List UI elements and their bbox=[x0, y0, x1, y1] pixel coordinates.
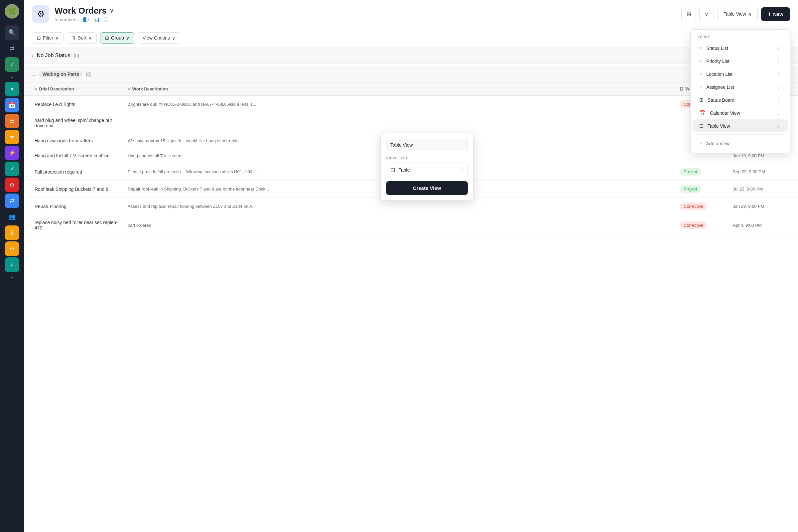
table-view-chevron-icon: ∧ bbox=[748, 11, 752, 17]
cell-brief: Hang new signs from rafters bbox=[32, 133, 125, 148]
popup-type-label: Table bbox=[399, 167, 458, 173]
view-item-calendar-view[interactable]: 📅 Calendar View ⋮ bbox=[692, 107, 788, 119]
popup-type-selector[interactable]: ⊟ Table › bbox=[386, 163, 468, 177]
wo-type-badge: Project bbox=[680, 168, 701, 175]
group-button[interactable]: ⊞ Group ∨ bbox=[100, 32, 134, 43]
wo-type-badge: Corrective bbox=[680, 222, 707, 229]
group-no-job-status[interactable]: › No Job Status (0) bbox=[24, 48, 798, 63]
header-meta: 5 members 👤+ 📊 ⓘ bbox=[55, 17, 676, 23]
sidebar-icon-calendar[interactable]: 📅 bbox=[5, 98, 19, 112]
sidebar-icon-tools[interactable]: ✦ bbox=[5, 82, 19, 96]
info-icon[interactable]: ⓘ bbox=[104, 17, 108, 23]
sidebar-icon-swap[interactable]: ⇄ bbox=[5, 193, 19, 208]
sidebar-icon-search[interactable]: 🔍 bbox=[5, 25, 19, 40]
popup-view-type-label: VIEW TYPE bbox=[386, 156, 468, 160]
cell-date: Jul 23, 9:00 PM bbox=[730, 180, 790, 197]
sort-button[interactable]: ⇅ Sort ∨ bbox=[67, 32, 97, 43]
view-more-assignee-list[interactable]: ⋮ bbox=[776, 84, 781, 90]
table-row[interactable]: Replace l.e.d. lights 2 lights are out. … bbox=[24, 96, 798, 113]
sort-label: Sort bbox=[78, 35, 87, 41]
view-more-calendar-view[interactable]: ⋮ bbox=[776, 110, 781, 116]
view-options-chevron-icon: ∨ bbox=[172, 35, 175, 41]
view-item-status-list[interactable]: ≡ Status List ⋮ bbox=[692, 41, 788, 55]
cell-date: Apr 4, 9:00 PM bbox=[730, 215, 790, 235]
title-text: Work Orders bbox=[55, 6, 107, 16]
add-member-icon[interactable]: 👤+ bbox=[82, 17, 90, 22]
view-options-button[interactable]: View Options ∨ bbox=[138, 32, 180, 43]
popup-name-input[interactable] bbox=[386, 139, 468, 151]
main-content: ⚙ Work Orders ∨ 5 members 👤+ 📊 ⓘ ⊞ ∨ Tab… bbox=[24, 0, 798, 532]
group-chevron-icon: ∨ bbox=[126, 35, 129, 41]
table-row[interactable]: replace noisy bed roller near sec replen… bbox=[24, 215, 798, 235]
sidebar-chevron-down[interactable]: ⌄ bbox=[9, 73, 15, 80]
chart-icon[interactable]: 📊 bbox=[94, 17, 100, 22]
header-title[interactable]: Work Orders ∨ bbox=[55, 6, 676, 16]
views-section-label: VIEWS bbox=[690, 35, 790, 41]
add-view-button[interactable]: + Add a View bbox=[692, 137, 788, 150]
view-item-location-list[interactable]: ≡ Location List ⋮ bbox=[692, 68, 788, 80]
view-icon-location-list: ≡ bbox=[699, 71, 702, 77]
sidebar-icon-lightning[interactable]: ⚡ bbox=[5, 146, 19, 160]
user-avatar[interactable]: 🌿 bbox=[5, 4, 19, 19]
create-view-button[interactable]: Create View bbox=[386, 181, 468, 195]
cell-date: Jan 29, 9:00 PM bbox=[730, 198, 790, 215]
cell-type: Project bbox=[677, 180, 730, 197]
col-brief-label: Brief Description bbox=[39, 87, 74, 92]
cell-type: Corrective bbox=[677, 198, 730, 215]
sidebar-icon-gear1[interactable]: ⚙ bbox=[5, 177, 19, 192]
sidebar-icon-filter[interactable]: ⇄ bbox=[5, 41, 19, 56]
cell-brief: Hang and Install T.V. screen in office bbox=[32, 148, 125, 163]
grid-view-button[interactable]: ⊞ bbox=[681, 7, 696, 21]
sidebar-icon-check[interactable]: ✓ bbox=[5, 57, 19, 72]
view-label-assignee-list: Assignee List bbox=[706, 84, 772, 90]
sidebar-icon-dollar[interactable]: $ bbox=[5, 225, 19, 240]
cell-brief: Roof leak Shipping Buckets 7 and 8. bbox=[32, 180, 125, 197]
sidebar-icon-list[interactable]: ☰ bbox=[5, 114, 19, 128]
sidebar-icon-users[interactable]: 👥 bbox=[5, 209, 19, 224]
view-icon-calendar-view: 📅 bbox=[699, 110, 706, 116]
view-item-priority-list[interactable]: ≡ Priority List ⋮ bbox=[692, 55, 788, 68]
title-chevron-icon[interactable]: ∨ bbox=[109, 7, 114, 14]
sort-chevron-icon: ∨ bbox=[89, 35, 92, 41]
new-button[interactable]: + New bbox=[761, 7, 790, 21]
add-view-label: Add a View bbox=[706, 141, 730, 146]
toolbar: ⊟ Filter ∨ ⇅ Sort ∨ ⊞ Group ∨ View Optio… bbox=[24, 28, 798, 48]
filter-button[interactable]: ⊟ Filter ∨ bbox=[32, 32, 63, 43]
popup-table-icon: ⊟ bbox=[391, 166, 395, 174]
table-view-label: Table View bbox=[723, 11, 746, 17]
due-date: Jan 29, 9:00 PM bbox=[733, 204, 764, 209]
table-view-button[interactable]: Table View ∧ bbox=[717, 8, 757, 20]
tableview-popup: VIEW TYPE ⊟ Table › Create View bbox=[380, 133, 474, 201]
due-date: Apr 4, 9:00 PM bbox=[733, 223, 762, 228]
view-more-priority-list[interactable]: ⋮ bbox=[776, 58, 781, 64]
group-no-job-status-label: No Job Status bbox=[37, 53, 71, 58]
sidebar-chevron-down2[interactable]: ⌄ bbox=[9, 273, 15, 281]
table-row[interactable]: hard plug and wheel spin/ change out dri… bbox=[24, 113, 798, 133]
view-more-location-list[interactable]: ⋮ bbox=[776, 71, 781, 77]
view-more-table-view[interactable]: ⋮ bbox=[776, 123, 781, 129]
group-waiting-on-parts[interactable]: ⌄ Waiting on Parts (8) bbox=[24, 66, 798, 82]
sidebar: 🌿 🔍 ⇄ ✓ ⌄ ✦ 📅 ☰ ★ ⚡ ✓ ⚙ ⇄ 👥 $ ⚙ ✓ ⌄ bbox=[0, 0, 24, 532]
views-list: ≡ Status List ⋮ ≡ Priority List ⋮ ≡ Loca… bbox=[690, 41, 790, 132]
sidebar-icon-star[interactable]: ★ bbox=[5, 130, 19, 144]
sidebar-icon-check2[interactable]: ✓ bbox=[5, 162, 19, 176]
view-icon-assignee-list: ≡ bbox=[699, 84, 702, 90]
view-item-status-board[interactable]: ⊞ Status Board ⋮ bbox=[692, 93, 788, 107]
view-label-status-board: Status Board bbox=[707, 97, 772, 103]
sidebar-icon-check3[interactable]: ✓ bbox=[5, 258, 19, 272]
view-item-assignee-list[interactable]: ≡ Assignee List ⋮ bbox=[692, 80, 788, 93]
view-more-status-list[interactable]: ⋮ bbox=[776, 45, 781, 51]
cell-brief: Repair Flooring bbox=[32, 198, 125, 215]
table-header: ≡ Brief Description ≡ Work Description ⊟… bbox=[24, 82, 798, 96]
filter-chevron-icon: ∨ bbox=[55, 35, 58, 41]
view-icon-status-list: ≡ bbox=[699, 45, 702, 51]
view-more-status-board[interactable]: ⋮ bbox=[776, 97, 781, 103]
sidebar-icon-gear2[interactable]: ⚙ bbox=[5, 241, 19, 256]
group-waiting-badge: Waiting on Parts bbox=[39, 71, 82, 77]
views-divider bbox=[696, 134, 784, 135]
view-item-table-view[interactable]: ⊟ Table View ⋮ bbox=[692, 119, 788, 132]
view-toggle-chevron[interactable]: ∨ bbox=[699, 7, 714, 21]
sort-icon: ⇅ bbox=[72, 35, 76, 41]
wo-type-badge: Project bbox=[680, 185, 701, 193]
group-waiting-count: (8) bbox=[86, 72, 92, 77]
